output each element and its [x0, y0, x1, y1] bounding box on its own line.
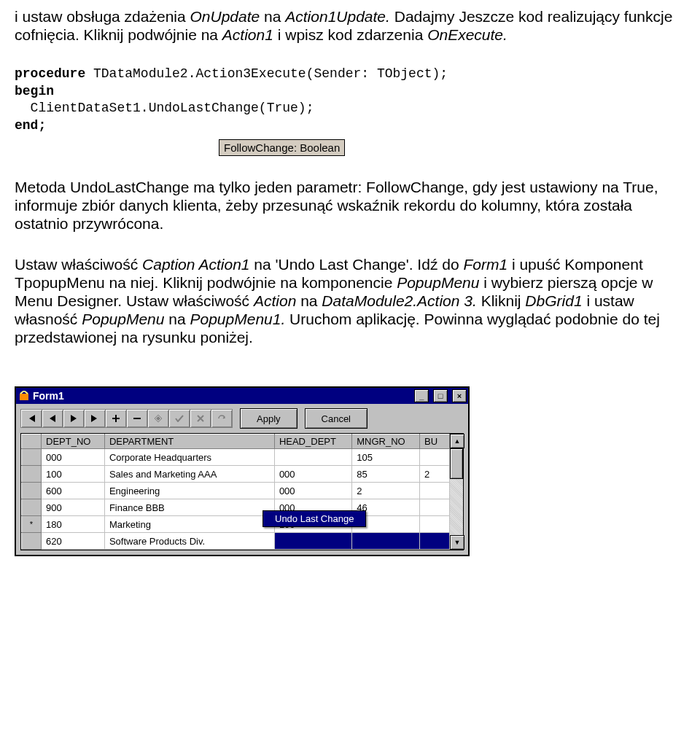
row-indicator: * — [22, 516, 42, 533]
cell[interactable]: 600 — [42, 483, 105, 499]
cell[interactable]: Finance BBB — [104, 499, 274, 516]
nav-first-icon[interactable] — [21, 410, 42, 427]
scroll-up-icon[interactable]: ▲ — [450, 434, 464, 448]
nav-refresh-icon[interactable] — [211, 410, 232, 427]
grid-corner — [22, 434, 42, 449]
nav-next-icon[interactable] — [63, 410, 85, 427]
nav-last-icon[interactable] — [85, 410, 106, 427]
row-indicator — [22, 483, 42, 499]
apply-button[interactable]: Apply — [240, 408, 298, 429]
dbgrid-wrapper: DEPT_NO DEPARTMENT HEAD_DEPT MNGR_NO BU … — [16, 433, 468, 555]
text-italic: Action1 — [222, 26, 273, 43]
vertical-scrollbar[interactable]: ▲ ▼ — [450, 434, 463, 550]
text-italic: Action — [254, 292, 296, 309]
table-row[interactable]: 000Corporate Headquarters105 — [22, 449, 450, 466]
text-italic: Caption Action1 — [142, 256, 249, 273]
text-italic: PopupMenu1. — [190, 311, 286, 327]
text-italic: DbGrid1 — [525, 292, 582, 309]
intro-paragraph: i ustaw obsługa zdażenia OnUpdate na Act… — [15, 7, 685, 44]
text: Kliknij — [477, 292, 526, 309]
scroll-thumb[interactable] — [450, 448, 463, 479]
code-keyword: end; — [15, 118, 46, 133]
col-header[interactable]: HEAD_DEPT — [274, 434, 351, 449]
code-keyword: procedure — [15, 66, 85, 81]
cell[interactable] — [420, 483, 450, 499]
window-titlebar[interactable]: Form1 _ □ × — [16, 388, 468, 404]
cell[interactable]: 900 — [42, 499, 105, 516]
row-indicator — [22, 466, 42, 483]
cell[interactable]: 2 — [352, 483, 420, 499]
cell[interactable] — [420, 533, 450, 550]
code-text: ClientDataSet1.UndoLastChange(True); — [15, 101, 314, 115]
cell[interactable]: 105 — [352, 449, 420, 466]
text: na — [164, 311, 190, 327]
table-row[interactable]: *180Marketing100 — [22, 516, 450, 533]
tooltip-hint: FollowChange: Boolean — [219, 139, 345, 156]
nav-prior-icon[interactable] — [42, 410, 63, 427]
nav-delete-icon[interactable] — [127, 410, 148, 427]
cell[interactable] — [420, 516, 450, 533]
cell[interactable]: 620 — [42, 533, 105, 550]
col-header[interactable]: MNGR_NO — [352, 434, 420, 449]
scroll-down-icon[interactable]: ▼ — [450, 535, 464, 550]
nav-insert-icon[interactable] — [106, 410, 127, 427]
cell[interactable] — [274, 449, 351, 466]
row-indicator — [22, 449, 42, 466]
nav-post-icon[interactable] — [169, 410, 190, 427]
table-row[interactable]: 600Engineering0002 — [22, 483, 450, 499]
text-italic: OnExecute. — [427, 26, 508, 43]
cell[interactable] — [274, 533, 351, 550]
cell[interactable]: Corporate Headquarters — [104, 449, 274, 466]
text: na 'Undo Last Change'. Idź do — [250, 256, 464, 273]
nav-edit-icon[interactable] — [148, 410, 169, 427]
undo-last-change-item[interactable]: Undo Last Change — [263, 511, 365, 526]
code-snippet: procedure TDataModule2.Action3Execute(Se… — [15, 66, 685, 134]
scroll-track[interactable] — [450, 479, 463, 535]
svg-rect-1 — [133, 418, 141, 419]
table-row[interactable]: 900Finance BBB00046 — [22, 499, 450, 516]
navigator-area: Apply Cancel — [16, 404, 468, 433]
cell[interactable] — [420, 449, 450, 466]
close-button[interactable]: × — [452, 389, 467, 402]
text: Ustaw właściwość — [15, 256, 142, 273]
form1-window-wrapper: Form1 _ □ × Apply Cancel — [15, 368, 470, 556]
cell[interactable]: 2 — [420, 466, 450, 483]
popup-menu[interactable]: Undo Last Change — [262, 510, 366, 527]
dbgrid[interactable]: DEPT_NO DEPARTMENT HEAD_DEPT MNGR_NO BU … — [20, 433, 464, 550]
maximize-button[interactable]: □ — [433, 389, 448, 402]
cell-editing[interactable]: Marketing — [104, 516, 274, 533]
row-indicator — [22, 533, 42, 550]
svg-rect-0 — [20, 394, 28, 400]
table-row[interactable]: 100Sales and Marketing AAA000852 — [22, 466, 450, 483]
col-header[interactable]: BU — [420, 434, 450, 449]
cell[interactable]: Sales and Marketing AAA — [104, 466, 274, 483]
cell[interactable]: 85 — [352, 466, 420, 483]
cell[interactable]: 000 — [42, 449, 105, 466]
cell[interactable] — [352, 533, 420, 550]
code-keyword: begin — [15, 84, 54, 98]
text: na — [296, 292, 322, 309]
app-icon — [18, 390, 30, 402]
nav-cancel-icon[interactable] — [190, 410, 211, 427]
instructions-paragraph: Ustaw właściwość Caption Action1 na 'Und… — [15, 255, 685, 347]
text-italic: Action1Update. — [285, 8, 390, 25]
text-italic: PopupMenu — [82, 311, 164, 327]
db-navigator — [20, 409, 233, 428]
text: na — [260, 8, 285, 25]
cell[interactable]: Software Products Div. — [104, 533, 274, 550]
cell[interactable]: 000 — [274, 466, 351, 483]
cell[interactable]: Engineering — [104, 483, 274, 499]
cancel-button[interactable]: Cancel — [305, 408, 368, 429]
col-header[interactable]: DEPT_NO — [42, 434, 105, 449]
cell[interactable]: 180 — [42, 516, 105, 533]
col-header[interactable]: DEPARTMENT — [104, 434, 274, 449]
cell[interactable]: 000 — [274, 483, 351, 499]
text: i wpisz kod zdarzenia — [273, 26, 427, 43]
cell[interactable] — [420, 499, 450, 516]
cell[interactable]: 100 — [42, 466, 105, 483]
code-text: TDataModule2.Action3Execute(Sender: TObj… — [85, 66, 448, 81]
minimize-button[interactable]: _ — [414, 389, 429, 402]
table-row[interactable]: 620Software Products Div. — [22, 533, 450, 550]
window-title: Form1 — [33, 390, 64, 402]
text-italic: PopupMenu — [397, 274, 479, 291]
